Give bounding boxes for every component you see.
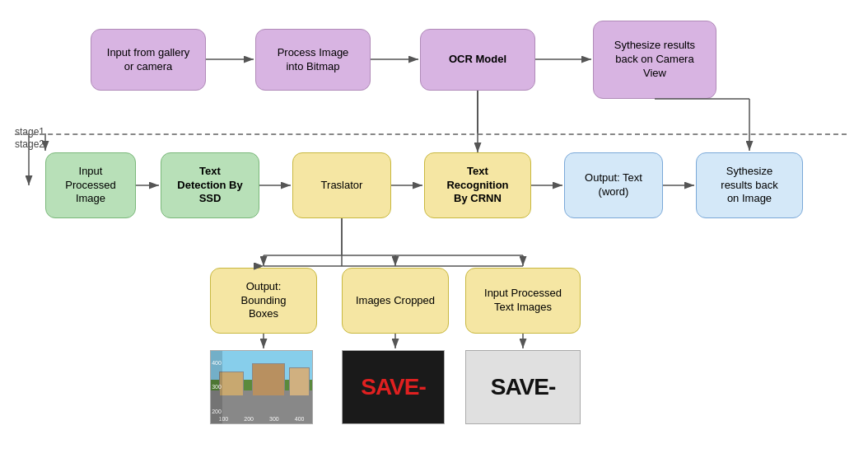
node-synthesize-image: Sythesizeresults backon Image xyxy=(696,152,803,218)
stage2-label: stage2 xyxy=(15,138,44,150)
stage1-label: stage1 xyxy=(15,126,44,138)
node-input-processed-image: InputProcessedImage xyxy=(45,152,136,218)
stage-divider xyxy=(15,133,847,135)
img-save-color: SAVE- xyxy=(342,350,445,424)
node-input-processed-text: Input ProcessedText Images xyxy=(465,268,581,334)
node-input-gallery: Input from galleryor camera xyxy=(91,29,206,91)
node-text-recognition: TextRecognitionBy CRNN xyxy=(424,152,531,218)
node-translator: Traslator xyxy=(292,152,391,218)
node-ocr-model: OCR Model xyxy=(420,29,535,91)
node-images-cropped: Images Cropped xyxy=(342,268,449,334)
node-output-text: Output: Text(word) xyxy=(564,152,663,218)
node-synthesize-camera: Sythesize resultsback on CameraView xyxy=(593,21,716,99)
node-process-bitmap: Process Imageinto Bitmap xyxy=(255,29,371,91)
node-text-detection: TextDetection BySSD xyxy=(161,152,259,218)
img-street-scene: 100200300400 400300200 xyxy=(210,350,313,424)
img-save-bw: SAVE- xyxy=(465,350,581,424)
node-bounding-boxes: Output:BoundingBoxes xyxy=(210,268,317,334)
diagram-container: stage1 stage2 Input from galleryor camer… xyxy=(0,0,868,458)
